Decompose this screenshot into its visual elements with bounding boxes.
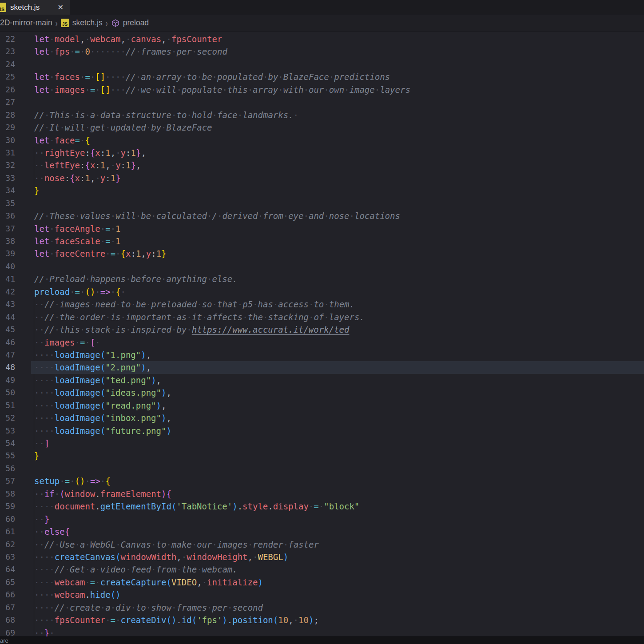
code-line[interactable]: 50····loadImage("ideas.png"),: [0, 386, 644, 399]
line-number[interactable]: 50: [0, 386, 31, 399]
line-number[interactable]: 60: [0, 513, 31, 525]
code-line[interactable]: 22let·model,·webcam,·canvas,·fpsCounter: [0, 33, 644, 45]
code-line[interactable]: 63····createCanvas(windowWidth,·windowHe…: [0, 551, 644, 563]
code-line[interactable]: 32··leftEye:{x:1,·y:1},: [0, 159, 644, 171]
code-line[interactable]: 41//·Preload·happens·before·anything·els…: [0, 273, 644, 285]
line-number[interactable]: 56: [0, 462, 31, 475]
line-number[interactable]: 63: [0, 551, 31, 563]
code-line[interactable]: 26let·images·=·[]···//·we·will·populate·…: [0, 83, 644, 96]
code-line[interactable]: 36//·These·values·will·be·calculated·/·d…: [0, 210, 644, 222]
line-number[interactable]: 25: [0, 71, 31, 83]
code-line[interactable]: 68····fpsCounter·=·createDiv().id('fps')…: [0, 614, 644, 626]
code-line[interactable]: 46··images·=·[·: [0, 336, 644, 349]
tab-sketch-js[interactable]: JS sketch.js ✕: [0, 0, 70, 15]
code-line[interactable]: 25let·faces·=·[]····//·an·array·to·be·po…: [0, 71, 644, 83]
line-number[interactable]: 43: [0, 298, 31, 310]
line-number[interactable]: 26: [0, 83, 31, 96]
line-number[interactable]: 65: [0, 576, 31, 588]
code-line[interactable]: 24: [0, 58, 644, 71]
code-line[interactable]: 42preload·=·()·=>·{·: [0, 286, 644, 298]
code-line[interactable]: 43··//·images·need·to·be·preloaded·so·th…: [0, 298, 644, 310]
line-number[interactable]: 36: [0, 210, 31, 222]
line-number[interactable]: 57: [0, 475, 31, 487]
code-line[interactable]: 31··rightEye:{x:1,·y:1},: [0, 147, 644, 159]
line-number[interactable]: 22: [0, 33, 31, 45]
code-line[interactable]: 52····loadImage("inbox.png"),: [0, 412, 644, 424]
line-number[interactable]: 69: [0, 627, 31, 636]
code-line[interactable]: 29//·It·will·get·updated·by·BlazeFace: [0, 121, 644, 134]
line-number[interactable]: 24: [0, 58, 31, 71]
close-tab-icon[interactable]: ✕: [57, 3, 64, 12]
line-number[interactable]: 42: [0, 286, 31, 298]
code-line[interactable]: 40: [0, 260, 644, 273]
line-number[interactable]: 45: [0, 323, 31, 336]
code-line[interactable]: 65····webcam·=·createCapture(VIDEO,·init…: [0, 576, 644, 588]
line-number[interactable]: 52: [0, 412, 31, 424]
line-number[interactable]: 30: [0, 134, 31, 147]
line-number[interactable]: 41: [0, 273, 31, 285]
line-number[interactable]: 27: [0, 96, 31, 108]
code-line[interactable]: 35: [0, 197, 644, 210]
code-line[interactable]: 48····loadImage("2.png"),: [0, 361, 644, 374]
line-number[interactable]: 31: [0, 147, 31, 159]
code-line[interactable]: 66····webcam.hide(): [0, 588, 644, 601]
breadcrumb-symbol[interactable]: preload: [123, 18, 149, 28]
line-number[interactable]: 58: [0, 488, 31, 500]
line-number[interactable]: 34: [0, 184, 31, 197]
line-number[interactable]: 46: [0, 336, 31, 349]
line-number[interactable]: 55: [0, 449, 31, 462]
line-number[interactable]: 40: [0, 260, 31, 273]
line-number[interactable]: 64: [0, 563, 31, 576]
breadcrumb-file[interactable]: sketch.js: [72, 18, 103, 28]
line-number[interactable]: 53: [0, 425, 31, 437]
line-number[interactable]: 51: [0, 399, 31, 412]
line-number[interactable]: 68: [0, 614, 31, 626]
line-number[interactable]: 29: [0, 121, 31, 134]
line-number[interactable]: 23: [0, 45, 31, 58]
line-number[interactable]: 39: [0, 247, 31, 260]
code-line[interactable]: 60··}: [0, 513, 644, 525]
code-line[interactable]: 61··else{: [0, 525, 644, 538]
code-editor[interactable]: 22let·model,·webcam,·canvas,·fpsCounter2…: [0, 32, 644, 636]
line-number[interactable]: 59: [0, 500, 31, 513]
line-number[interactable]: 54: [0, 437, 31, 449]
line-number[interactable]: 38: [0, 235, 31, 247]
code-line[interactable]: 47····loadImage("1.png"),: [0, 349, 644, 361]
code-line[interactable]: 62··//·Use·a·WebGL·Canvas·to·make·our·im…: [0, 538, 644, 551]
line-number[interactable]: 61: [0, 525, 31, 538]
code-line[interactable]: 34}: [0, 184, 644, 197]
code-line[interactable]: 64····//·Get·a·video·feed·from·the·webca…: [0, 563, 644, 576]
line-number[interactable]: 33: [0, 172, 31, 184]
line-number[interactable]: 32: [0, 159, 31, 171]
line-number[interactable]: 37: [0, 223, 31, 235]
code-line[interactable]: 39let·faceCentre·=·{x:1,y:1}: [0, 247, 644, 260]
code-line[interactable]: 28//·This·is·a·data·structure·to·hold·fa…: [0, 109, 644, 121]
code-line[interactable]: 49····loadImage("ted.png"),: [0, 374, 644, 386]
line-number[interactable]: 67: [0, 601, 31, 614]
breadcrumb-folder[interactable]: 2D-mirror-main: [0, 18, 52, 28]
code-line[interactable]: 57setup·=·()·=>·{: [0, 475, 644, 487]
line-number[interactable]: 47: [0, 349, 31, 361]
line-number[interactable]: 44: [0, 311, 31, 323]
line-number[interactable]: 49: [0, 374, 31, 386]
code-line[interactable]: 55}: [0, 449, 644, 462]
line-number[interactable]: 48: [0, 361, 31, 374]
code-line[interactable]: 23let·fps·=·0·······//·frames·per·second: [0, 45, 644, 58]
line-number[interactable]: 35: [0, 197, 31, 210]
code-line[interactable]: 37let·faceAngle·=·1: [0, 223, 644, 235]
code-line[interactable]: 56: [0, 462, 644, 475]
code-line[interactable]: 59····document.getElementById('TabNotice…: [0, 500, 644, 513]
code-line[interactable]: 67····//·create·a·div·to·show·frames·per…: [0, 601, 644, 614]
line-number[interactable]: 66: [0, 588, 31, 601]
code-line[interactable]: 30let·face=·{: [0, 134, 644, 147]
code-line[interactable]: 54··]: [0, 437, 644, 449]
code-line[interactable]: 45··//·this·stack·is·inspired·by·https:/…: [0, 323, 644, 336]
code-line[interactable]: 38let·faceScale·=·1: [0, 235, 644, 247]
code-line[interactable]: 69··}·: [0, 627, 644, 636]
code-line[interactable]: 44··//·the·order·is·important·as·it·affe…: [0, 311, 644, 323]
code-line[interactable]: 33··nose:{x:1,·y:1}: [0, 172, 644, 184]
line-number[interactable]: 62: [0, 538, 31, 551]
code-line[interactable]: 58··if·(window.frameElement){: [0, 488, 644, 500]
code-line[interactable]: 27: [0, 96, 644, 108]
line-number[interactable]: 28: [0, 109, 31, 121]
